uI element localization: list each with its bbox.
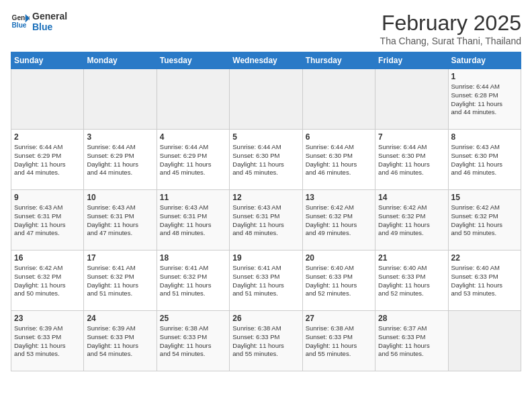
- day-info: Sunrise: 6:44 AM Sunset: 6:30 PM Dayligh…: [306, 143, 372, 177]
- logo-line2: Blue: [32, 21, 67, 32]
- page-header: General Blue General Blue February 2025 …: [11, 11, 521, 46]
- calendar-cell: [84, 69, 157, 130]
- calendar-cell: 5Sunrise: 6:44 AM Sunset: 6:30 PM Daylig…: [230, 130, 302, 190]
- calendar-header: SundayMondayTuesdayWednesdayThursdayFrid…: [11, 52, 521, 69]
- day-number: 9: [14, 193, 81, 202]
- day-number: 25: [160, 314, 226, 323]
- calendar-cell: 16Sunrise: 6:42 AM Sunset: 6:32 PM Dayli…: [11, 250, 84, 311]
- logo-icon: General Blue: [11, 12, 30, 31]
- calendar-cell: 6Sunrise: 6:44 AM Sunset: 6:30 PM Daylig…: [302, 130, 375, 190]
- day-info: Sunrise: 6:44 AM Sunset: 6:28 PM Dayligh…: [451, 83, 518, 117]
- day-number: 18: [160, 253, 226, 263]
- calendar-cell: [448, 311, 521, 371]
- day-number: 26: [232, 314, 299, 323]
- day-number: 10: [87, 193, 153, 202]
- day-number: 24: [87, 314, 153, 323]
- calendar-cell: 19Sunrise: 6:41 AM Sunset: 6:33 PM Dayli…: [230, 250, 302, 311]
- calendar-cell: 20Sunrise: 6:40 AM Sunset: 6:33 PM Dayli…: [302, 250, 375, 311]
- day-number: 8: [451, 132, 518, 142]
- day-info: Sunrise: 6:42 AM Sunset: 6:32 PM Dayligh…: [14, 264, 81, 298]
- day-number: 12: [232, 193, 299, 202]
- day-info: Sunrise: 6:43 AM Sunset: 6:30 PM Dayligh…: [451, 143, 518, 177]
- calendar-cell: 21Sunrise: 6:40 AM Sunset: 6:33 PM Dayli…: [375, 250, 448, 311]
- day-number: 7: [378, 132, 445, 142]
- day-info: Sunrise: 6:42 AM Sunset: 6:32 PM Dayligh…: [306, 203, 372, 238]
- day-info: Sunrise: 6:39 AM Sunset: 6:33 PM Dayligh…: [87, 324, 153, 359]
- weekday-header-tuesday: Tuesday: [157, 52, 229, 69]
- calendar-cell: [375, 69, 448, 130]
- day-info: Sunrise: 6:42 AM Sunset: 6:32 PM Dayligh…: [451, 203, 518, 238]
- day-number: 19: [232, 253, 299, 263]
- day-number: 6: [306, 132, 372, 142]
- calendar-cell: 22Sunrise: 6:40 AM Sunset: 6:33 PM Dayli…: [448, 250, 521, 311]
- calendar-cell: 3Sunrise: 6:44 AM Sunset: 6:29 PM Daylig…: [84, 130, 157, 190]
- calendar-cell: 12Sunrise: 6:43 AM Sunset: 6:31 PM Dayli…: [230, 190, 302, 250]
- day-number: 28: [378, 314, 445, 323]
- calendar-cell: 18Sunrise: 6:41 AM Sunset: 6:32 PM Dayli…: [157, 250, 229, 311]
- day-number: 4: [160, 132, 226, 142]
- day-info: Sunrise: 6:37 AM Sunset: 6:33 PM Dayligh…: [378, 324, 445, 359]
- day-info: Sunrise: 6:43 AM Sunset: 6:31 PM Dayligh…: [14, 203, 81, 238]
- calendar-cell: 15Sunrise: 6:42 AM Sunset: 6:32 PM Dayli…: [448, 190, 521, 250]
- calendar-cell: 1Sunrise: 6:44 AM Sunset: 6:28 PM Daylig…: [448, 69, 521, 130]
- day-number: 20: [306, 253, 372, 263]
- calendar-cell: [230, 69, 302, 130]
- day-info: Sunrise: 6:42 AM Sunset: 6:32 PM Dayligh…: [378, 203, 445, 238]
- calendar-cell: 9Sunrise: 6:43 AM Sunset: 6:31 PM Daylig…: [11, 190, 84, 250]
- logo-line1: General: [32, 11, 67, 21]
- day-info: Sunrise: 6:44 AM Sunset: 6:29 PM Dayligh…: [14, 143, 81, 177]
- svg-text:Blue: Blue: [12, 21, 27, 29]
- day-info: Sunrise: 6:38 AM Sunset: 6:33 PM Dayligh…: [232, 324, 299, 359]
- day-info: Sunrise: 6:38 AM Sunset: 6:33 PM Dayligh…: [306, 324, 372, 359]
- day-info: Sunrise: 6:44 AM Sunset: 6:30 PM Dayligh…: [232, 143, 299, 177]
- day-number: 15: [451, 193, 518, 202]
- day-number: 23: [14, 314, 81, 323]
- calendar-cell: 28Sunrise: 6:37 AM Sunset: 6:33 PM Dayli…: [375, 311, 448, 371]
- logo: General Blue General Blue: [11, 11, 67, 32]
- title-block: February 2025 Tha Chang, Surat Thani, Th…: [380, 11, 521, 46]
- weekday-header-friday: Friday: [375, 52, 448, 69]
- day-info: Sunrise: 6:40 AM Sunset: 6:33 PM Dayligh…: [306, 264, 372, 298]
- location-subtitle: Tha Chang, Surat Thani, Thailand: [380, 36, 521, 46]
- day-info: Sunrise: 6:40 AM Sunset: 6:33 PM Dayligh…: [451, 264, 518, 298]
- day-info: Sunrise: 6:43 AM Sunset: 6:31 PM Dayligh…: [232, 203, 299, 238]
- day-number: 21: [378, 253, 445, 263]
- day-info: Sunrise: 6:43 AM Sunset: 6:31 PM Dayligh…: [160, 203, 226, 238]
- calendar-cell: 23Sunrise: 6:39 AM Sunset: 6:33 PM Dayli…: [11, 311, 84, 371]
- weekday-header-saturday: Saturday: [448, 52, 521, 69]
- calendar-cell: 7Sunrise: 6:44 AM Sunset: 6:30 PM Daylig…: [375, 130, 448, 190]
- calendar-table: SundayMondayTuesdayWednesdayThursdayFrid…: [11, 52, 521, 371]
- day-info: Sunrise: 6:39 AM Sunset: 6:33 PM Dayligh…: [14, 324, 81, 359]
- day-number: 14: [378, 193, 445, 202]
- day-number: 17: [87, 253, 153, 263]
- calendar-cell: 2Sunrise: 6:44 AM Sunset: 6:29 PM Daylig…: [11, 130, 84, 190]
- day-info: Sunrise: 6:41 AM Sunset: 6:32 PM Dayligh…: [160, 264, 226, 298]
- day-number: 11: [160, 193, 226, 202]
- calendar-cell: 27Sunrise: 6:38 AM Sunset: 6:33 PM Dayli…: [302, 311, 375, 371]
- calendar-cell: 10Sunrise: 6:43 AM Sunset: 6:31 PM Dayli…: [84, 190, 157, 250]
- calendar-cell: 24Sunrise: 6:39 AM Sunset: 6:33 PM Dayli…: [84, 311, 157, 371]
- weekday-header-thursday: Thursday: [302, 52, 375, 69]
- calendar-cell: 25Sunrise: 6:38 AM Sunset: 6:33 PM Dayli…: [157, 311, 229, 371]
- day-number: 13: [306, 193, 372, 202]
- day-info: Sunrise: 6:38 AM Sunset: 6:33 PM Dayligh…: [160, 324, 226, 359]
- calendar-cell: 17Sunrise: 6:41 AM Sunset: 6:32 PM Dayli…: [84, 250, 157, 311]
- day-number: 2: [14, 132, 81, 142]
- calendar-cell: 13Sunrise: 6:42 AM Sunset: 6:32 PM Dayli…: [302, 190, 375, 250]
- calendar-cell: [302, 69, 375, 130]
- calendar-cell: 11Sunrise: 6:43 AM Sunset: 6:31 PM Dayli…: [157, 190, 229, 250]
- day-info: Sunrise: 6:44 AM Sunset: 6:29 PM Dayligh…: [160, 143, 226, 177]
- day-info: Sunrise: 6:44 AM Sunset: 6:30 PM Dayligh…: [378, 143, 445, 177]
- calendar-cell: 8Sunrise: 6:43 AM Sunset: 6:30 PM Daylig…: [448, 130, 521, 190]
- day-info: Sunrise: 6:44 AM Sunset: 6:29 PM Dayligh…: [87, 143, 153, 177]
- calendar-cell: [157, 69, 229, 130]
- weekday-header-sunday: Sunday: [11, 52, 84, 69]
- day-number: 27: [306, 314, 372, 323]
- day-number: 16: [14, 253, 81, 263]
- month-title: February 2025: [380, 11, 521, 36]
- day-info: Sunrise: 6:41 AM Sunset: 6:32 PM Dayligh…: [87, 264, 153, 298]
- day-info: Sunrise: 6:43 AM Sunset: 6:31 PM Dayligh…: [87, 203, 153, 238]
- calendar-cell: 4Sunrise: 6:44 AM Sunset: 6:29 PM Daylig…: [157, 130, 229, 190]
- calendar-cell: [11, 69, 84, 130]
- day-number: 22: [451, 253, 518, 263]
